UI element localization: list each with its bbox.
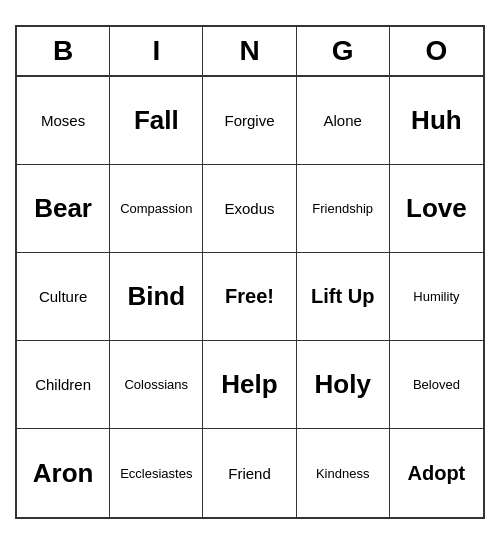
cell-r1-c0: Bear <box>17 165 110 253</box>
cell-r1-c4: Love <box>390 165 483 253</box>
cell-r0-c2: Forgive <box>203 77 296 165</box>
cell-r4-c4: Adopt <box>390 429 483 517</box>
cell-r4-c0: Aron <box>17 429 110 517</box>
cell-r2-c4: Humility <box>390 253 483 341</box>
cell-r0-c3: Alone <box>297 77 390 165</box>
header-letter: G <box>297 27 390 75</box>
cell-r1-c2: Exodus <box>203 165 296 253</box>
cell-r1-c1: Compassion <box>110 165 203 253</box>
cell-r3-c2: Help <box>203 341 296 429</box>
cell-r2-c2: Free! <box>203 253 296 341</box>
header-letter: B <box>17 27 110 75</box>
cell-r3-c1: Colossians <box>110 341 203 429</box>
cell-r0-c1: Fall <box>110 77 203 165</box>
cell-r4-c1: Ecclesiastes <box>110 429 203 517</box>
cell-r2-c1: Bind <box>110 253 203 341</box>
cell-r4-c3: Kindness <box>297 429 390 517</box>
bingo-grid: MosesFallForgiveAloneHuhBearCompassionEx… <box>17 77 483 517</box>
cell-r3-c3: Holy <box>297 341 390 429</box>
cell-r1-c3: Friendship <box>297 165 390 253</box>
header-letter: I <box>110 27 203 75</box>
cell-r0-c0: Moses <box>17 77 110 165</box>
bingo-card: BINGO MosesFallForgiveAloneHuhBearCompas… <box>15 25 485 519</box>
cell-r0-c4: Huh <box>390 77 483 165</box>
cell-r4-c2: Friend <box>203 429 296 517</box>
header-letter: O <box>390 27 483 75</box>
cell-r2-c0: Culture <box>17 253 110 341</box>
cell-r3-c0: Children <box>17 341 110 429</box>
header-letter: N <box>203 27 296 75</box>
cell-r3-c4: Beloved <box>390 341 483 429</box>
cell-r2-c3: Lift Up <box>297 253 390 341</box>
bingo-header: BINGO <box>17 27 483 77</box>
